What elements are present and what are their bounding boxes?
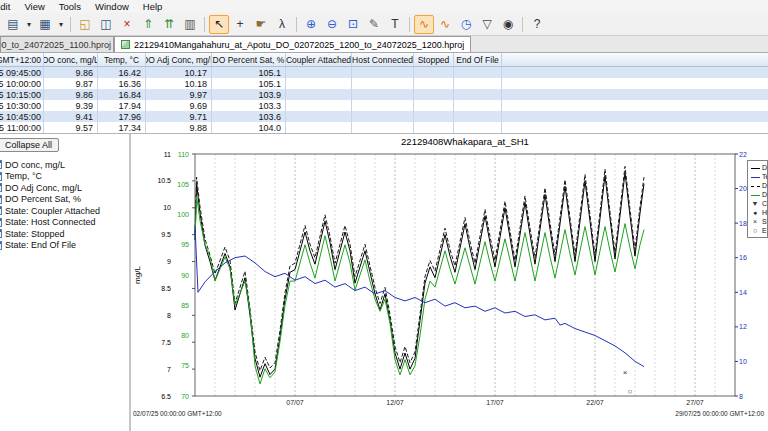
cell[interactable] xyxy=(414,111,454,122)
chart-legend[interactable]: DO conc, mg/LTemp, °CDO Adj Conc, mg/LDO… xyxy=(747,160,768,238)
datatable-icon[interactable]: ▤ xyxy=(3,15,23,34)
cell[interactable] xyxy=(352,111,414,122)
cell[interactable]: 9.86 xyxy=(44,89,98,100)
cell[interactable]: 105.1 xyxy=(212,78,286,89)
cell[interactable]: 17.34 xyxy=(98,122,146,133)
cell[interactable] xyxy=(286,89,352,100)
cell[interactable]: 16.84 xyxy=(98,89,146,100)
tab-mangahahuru-project[interactable]: 22129410Mangahahuru_at_Apotu_DO_02072025… xyxy=(114,36,471,52)
cell[interactable]: 17.94 xyxy=(98,100,146,111)
series-item-temp-c[interactable]: Temp, °C xyxy=(0,171,129,183)
cell[interactable] xyxy=(414,78,454,89)
column-header-host-connected[interactable]: Host Connected xyxy=(352,53,414,66)
cell[interactable]: 10.18 xyxy=(146,78,212,89)
cell[interactable]: 105.1 xyxy=(212,67,286,78)
legend-entry-do-percent-sat[interactable]: DO Percent Sat, % xyxy=(750,190,767,199)
filter-icon[interactable]: ▽ xyxy=(477,15,497,34)
series-item-do-adj-conc-mg-l[interactable]: DO Adj Conc, mg/L xyxy=(0,182,129,194)
cell[interactable]: 24/07/25 10:45:00 xyxy=(0,111,44,122)
zoom-in-icon[interactable]: ⊕ xyxy=(301,15,321,34)
export-icon[interactable]: ⇑ xyxy=(138,15,158,34)
cell[interactable]: 103.6 xyxy=(212,111,286,122)
plot-overlay-icon[interactable]: ∿ xyxy=(435,15,455,34)
cell[interactable] xyxy=(454,67,502,78)
menu-help[interactable]: Help xyxy=(136,0,170,13)
views-icon[interactable]: ▦ xyxy=(35,15,55,34)
cell[interactable]: 9.87 xyxy=(44,78,98,89)
cell[interactable] xyxy=(286,122,352,133)
cell[interactable]: 24/07/25 09:45:00 xyxy=(0,67,44,78)
cell[interactable]: 17.96 xyxy=(98,111,146,122)
cell[interactable]: 24/07/25 11:00:00 xyxy=(0,122,44,133)
menu-view[interactable]: View xyxy=(17,0,51,13)
cell[interactable] xyxy=(286,67,352,78)
series-item-do-conc-mg-l[interactable]: DO conc, mg/L xyxy=(0,159,129,171)
select-arrow-icon[interactable]: ↖ xyxy=(209,15,229,34)
save-file-icon[interactable]: ◫ xyxy=(96,15,116,34)
cell[interactable]: 103.3 xyxy=(212,100,286,111)
cell[interactable] xyxy=(286,111,352,122)
export-details-icon[interactable]: ⇈ xyxy=(159,15,179,34)
lambda-icon[interactable]: λ xyxy=(272,15,292,34)
legend-entry-coupler-attached[interactable]: ▼Coupler Attached xyxy=(750,199,767,208)
plot-canvas[interactable]: 1110.5109.598.587.576.511010510095908580… xyxy=(131,134,766,431)
cell[interactable] xyxy=(414,100,454,111)
open-file-icon[interactable]: ◱ xyxy=(75,15,95,34)
legend-entry-do-conc-mg-l[interactable]: DO conc, mg/L xyxy=(750,163,767,172)
cell[interactable] xyxy=(352,67,414,78)
text-tool-icon[interactable]: T xyxy=(385,15,405,34)
column-header-do-percent-sat[interactable]: DO Percent Sat, % xyxy=(212,53,286,66)
cell[interactable] xyxy=(454,122,502,133)
column-header-temp-c[interactable]: Temp, °C xyxy=(98,53,146,66)
column-header-do-adj-conc-mg-l[interactable]: DO Adj Conc, mg/L xyxy=(146,53,212,66)
clock-icon[interactable]: ◷ xyxy=(456,15,476,34)
legend-entry-do-adj-conc-mg-l[interactable]: DO Adj Conc, mg/L xyxy=(750,181,767,190)
help-icon[interactable]: ? xyxy=(527,15,547,34)
cell[interactable] xyxy=(454,89,502,100)
cell[interactable] xyxy=(414,67,454,78)
series-item-state-end-of-file[interactable]: State: End Of File xyxy=(0,240,129,252)
cell[interactable]: 24/07/25 10:00:00 xyxy=(0,78,44,89)
collapse-all-button[interactable]: Collapse All xyxy=(0,138,59,152)
legend-entry-host-connected[interactable]: ●Host Connected xyxy=(750,208,767,217)
zoom-box-icon[interactable]: ⊡ xyxy=(343,15,363,34)
pencil-icon[interactable]: ✎ xyxy=(364,15,384,34)
menu-window[interactable]: Window xyxy=(88,0,136,13)
cell[interactable]: 24/07/25 10:15:00 xyxy=(0,89,44,100)
cell[interactable]: 16.36 xyxy=(98,78,146,89)
legend-entry-end-of-file[interactable]: ○End Of File xyxy=(750,226,767,235)
zoom-out-icon[interactable]: ⊖ xyxy=(322,15,342,34)
cell[interactable]: 9.57 xyxy=(44,122,98,133)
series-item-state-coupler-attached[interactable]: State: Coupler Attached xyxy=(0,205,129,217)
views-dropdown-icon[interactable]: ▾ xyxy=(56,15,66,34)
cell[interactable] xyxy=(352,100,414,111)
menu-edit[interactable]: Edit xyxy=(0,0,17,13)
print-icon[interactable]: ▥ xyxy=(180,15,200,34)
legend-entry-temp-c[interactable]: Temp, °C xyxy=(750,172,767,181)
series-item-state-host-connected[interactable]: State: Host Connected xyxy=(0,217,129,229)
cell[interactable] xyxy=(286,78,352,89)
cell[interactable]: 9.88 xyxy=(146,122,212,133)
crosshair-icon[interactable]: + xyxy=(230,15,250,34)
datatable-dropdown-icon[interactable]: ▾ xyxy=(24,15,34,34)
cell[interactable]: 9.71 xyxy=(146,111,212,122)
tab-whakapara-project[interactable]: 22129408Whakapara_at_SH1_DO_02072025_140… xyxy=(0,36,114,52)
cell[interactable]: 103.9 xyxy=(212,89,286,100)
cell[interactable] xyxy=(352,89,414,100)
series-item-state-stopped[interactable]: State: Stopped xyxy=(0,228,129,240)
cell[interactable] xyxy=(454,111,502,122)
cell[interactable] xyxy=(454,78,502,89)
legend-entry-stopped[interactable]: ×Stopped xyxy=(750,217,767,226)
plot-setup-icon[interactable]: ∿ xyxy=(414,15,434,34)
cell[interactable] xyxy=(454,100,502,111)
close-file-icon[interactable]: × xyxy=(117,15,137,34)
column-header-gmt-12-00[interactable]: GMT+12:00 xyxy=(0,53,44,66)
launch-icon[interactable]: ◉ xyxy=(498,15,518,34)
cell[interactable]: 9.39 xyxy=(44,100,98,111)
cell[interactable] xyxy=(414,122,454,133)
cell[interactable]: 24/07/25 10:30:00 xyxy=(0,100,44,111)
column-header-stopped[interactable]: Stopped xyxy=(414,53,454,66)
cell[interactable] xyxy=(352,122,414,133)
cell[interactable]: 9.41 xyxy=(44,111,98,122)
cell[interactable]: 10.17 xyxy=(146,67,212,78)
